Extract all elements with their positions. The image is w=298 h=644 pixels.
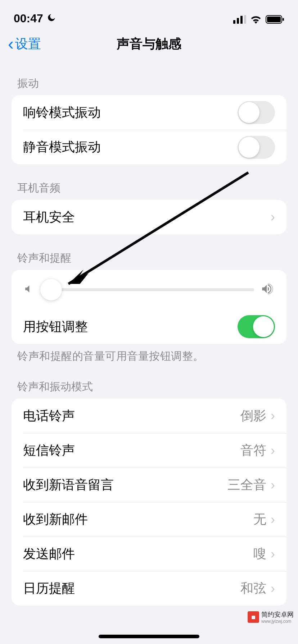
chevron-right-icon: ›	[271, 210, 275, 225]
status-bar: 00:47	[0, 0, 298, 28]
nav-bar: ‹ 设置 声音与触感	[0, 28, 298, 60]
svg-rect-5	[267, 17, 281, 22]
row-ringtone[interactable]: 电话铃声 倒影›	[12, 399, 286, 433]
row-label: 短信铃声	[23, 442, 75, 459]
row-voicemail[interactable]: 收到新语音留言 三全音›	[23, 468, 286, 502]
group-patterns: 电话铃声 倒影› 短信铃声 音符› 收到新语音留言 三全音› 收到新邮件 无› …	[12, 399, 286, 606]
row-label: 发送邮件	[23, 545, 75, 563]
row-value: 音符	[240, 442, 266, 459]
section-footer-ringer: 铃声和提醒的音量可用音量按钮调整。	[12, 344, 286, 369]
chevron-right-icon: ›	[271, 408, 275, 423]
row-value: 倒影	[240, 407, 266, 425]
row-label: 电话铃声	[23, 407, 75, 425]
row-value: 嗖	[253, 545, 266, 563]
home-indicator[interactable]	[99, 635, 199, 638]
row-text-tone[interactable]: 短信铃声 音符›	[23, 433, 286, 468]
group-headphone: 耳机安全 ›	[12, 200, 286, 234]
watermark: ■ 简约安卓网 www.jyizwj.com	[248, 610, 294, 624]
svg-rect-0	[233, 20, 235, 24]
back-button[interactable]: ‹ 设置	[8, 35, 41, 53]
svg-rect-3	[244, 15, 246, 24]
chevron-right-icon: ›	[271, 443, 275, 458]
section-header-ringer: 铃声和提醒	[12, 234, 286, 270]
battery-icon	[266, 15, 284, 25]
row-headphone-safety[interactable]: 耳机安全 ›	[12, 200, 286, 234]
row-silent-vibration[interactable]: 静音模式振动	[23, 130, 286, 164]
wifi-icon	[250, 15, 262, 25]
row-new-mail[interactable]: 收到新邮件 无›	[23, 502, 286, 537]
chevron-right-icon: ›	[271, 478, 275, 493]
back-label: 设置	[15, 35, 41, 53]
row-label: 收到新语音留言	[23, 476, 114, 494]
chevron-right-icon: ›	[271, 512, 275, 527]
row-label: 耳机安全	[23, 208, 75, 226]
watermark-badge-icon: ■	[248, 611, 259, 623]
row-button-adjust[interactable]: 用按钮调整	[12, 309, 286, 344]
group-ringer: 用按钮调整	[12, 270, 286, 344]
svg-rect-2	[240, 16, 243, 24]
section-header-patterns: 铃声和振动模式	[12, 369, 286, 399]
row-sent-mail[interactable]: 发送邮件 嗖›	[23, 537, 286, 571]
moon-icon	[47, 12, 56, 25]
svg-rect-1	[237, 18, 239, 24]
row-label: 用按钮调整	[23, 318, 88, 336]
cellular-icon	[233, 15, 246, 25]
toggle-button-adjust[interactable]	[238, 315, 275, 338]
row-value: 和弦	[240, 580, 266, 597]
toggle-silent-vibration[interactable]	[238, 136, 275, 159]
watermark-name: 简约安卓网	[261, 610, 294, 619]
row-label: 日历提醒	[23, 580, 75, 597]
watermark-url: www.jyizwj.com	[261, 619, 294, 624]
group-vibration: 响铃模式振动 静音模式振动	[12, 95, 286, 164]
clock: 00:47	[14, 12, 43, 25]
section-header-vibration: 振动	[12, 60, 286, 95]
row-value: 无	[253, 511, 266, 528]
svg-rect-6	[283, 18, 284, 21]
row-calendar-alerts[interactable]: 日历提醒 和弦›	[23, 571, 286, 606]
volume-low-icon	[23, 284, 34, 296]
toggle-ring-vibration[interactable]	[238, 101, 275, 124]
row-volume-slider	[12, 270, 286, 309]
chevron-left-icon: ‹	[8, 35, 14, 52]
chevron-right-icon: ›	[271, 547, 275, 562]
section-header-headphone: 耳机音频	[12, 164, 286, 200]
row-label: 响铃模式振动	[23, 104, 101, 121]
volume-high-icon	[261, 283, 275, 296]
row-value: 三全音	[227, 476, 266, 494]
page-title: 声音与触感	[0, 35, 298, 53]
row-label: 静音模式振动	[23, 138, 101, 156]
row-label: 收到新邮件	[23, 511, 88, 528]
row-ring-vibration[interactable]: 响铃模式振动	[12, 95, 286, 130]
slider-thumb[interactable]	[40, 279, 62, 300]
chevron-right-icon: ›	[271, 581, 275, 596]
volume-slider[interactable]	[40, 288, 254, 291]
